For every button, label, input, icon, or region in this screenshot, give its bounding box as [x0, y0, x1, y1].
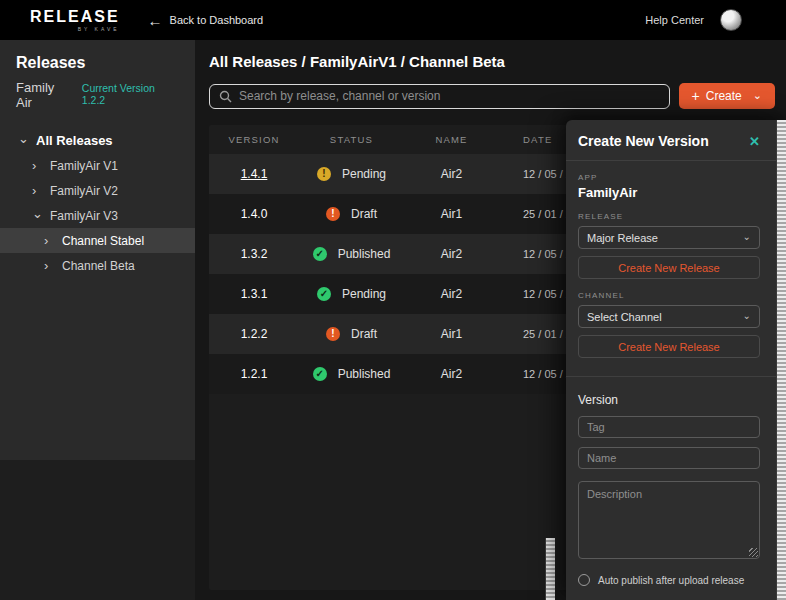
status-cell: ✓Published: [299, 367, 404, 381]
status-label: Draft: [351, 207, 377, 221]
app-field-label: APP: [578, 173, 760, 182]
status-label: Draft: [351, 327, 377, 341]
name-cell: Air1: [404, 327, 499, 341]
panel-scrollbar[interactable]: [776, 120, 786, 600]
status-warning-icon: !: [317, 167, 331, 181]
status-cell: !Pending: [299, 167, 404, 181]
sidebar-item-label: FamilyAir V1: [50, 159, 118, 173]
release-select-value: Major Release: [587, 232, 658, 244]
version-cell: 1.4.0: [209, 207, 299, 221]
auto-publish-checkbox[interactable]: Auto publish after upload release: [578, 574, 760, 586]
sidebar-item-familyair-v1[interactable]: ›FamilyAir V1: [0, 153, 195, 178]
auto-publish-label: Auto publish after upload release: [598, 575, 744, 586]
create-button[interactable]: + Create ⌄: [679, 83, 775, 109]
status-cell: ✓Published: [299, 247, 404, 261]
sidebar-item-channel-stabel[interactable]: ›Channel Stabel: [0, 228, 195, 253]
sidebar: Releases Family Air Current Version 1.2.…: [0, 40, 195, 600]
chevron-down-icon: ⌄: [743, 231, 751, 242]
column-header: NAME: [404, 134, 499, 145]
name-cell: Air2: [404, 367, 499, 381]
status-label: Pending: [342, 287, 386, 301]
sidebar-current-version: Current Version 1.2.2: [82, 82, 179, 106]
version-link[interactable]: 1.2.2: [241, 327, 268, 341]
create-button-label: Create: [706, 89, 742, 103]
release-select[interactable]: Major Release ⌄: [578, 226, 760, 249]
chevron-right-icon: ›: [32, 184, 42, 197]
tag-input[interactable]: [578, 416, 760, 438]
column-header: STATUS: [299, 134, 404, 145]
status-label: Published: [338, 247, 391, 261]
sidebar-title: Releases: [0, 54, 195, 72]
status-success-icon: ✓: [313, 367, 327, 381]
channel-field-label: CHANNEL: [578, 291, 760, 300]
column-header: VERSION: [209, 134, 299, 145]
version-link[interactable]: 1.2.1: [241, 367, 268, 381]
create-new-channel-release-button[interactable]: Create New Release: [578, 335, 760, 358]
channel-select-value: Select Channel: [587, 311, 662, 323]
name-cell: Air1: [404, 207, 499, 221]
version-cell: 1.3.1: [209, 287, 299, 301]
plus-icon: +: [692, 89, 700, 103]
sidebar-item-label: FamilyAir V3: [50, 209, 118, 223]
close-icon[interactable]: ✕: [749, 134, 760, 149]
app-logo: RELEASE BY KAVE: [30, 9, 120, 32]
version-link[interactable]: 1.3.1: [241, 287, 268, 301]
sidebar-app-name: Family Air: [16, 80, 72, 110]
version-cell: 1.2.1: [209, 367, 299, 381]
version-cell: 1.2.2: [209, 327, 299, 341]
status-cell: !Draft: [299, 327, 404, 341]
app-field-value: FamilyAir: [578, 185, 760, 200]
resize-handle-icon[interactable]: [749, 548, 758, 557]
sidebar-item-all-releases[interactable]: ⌄All Releases: [0, 128, 195, 153]
sidebar-item-label: All Releases: [36, 133, 113, 148]
release-tree: ⌄All Releases›FamilyAir V1›FamilyAir V2⌄…: [0, 128, 195, 278]
version-link[interactable]: 1.4.0: [241, 207, 268, 221]
sidebar-item-familyair-v2[interactable]: ›FamilyAir V2: [0, 178, 195, 203]
chevron-down-icon: ⌄: [753, 89, 762, 102]
breadcrumb: All Releases / FamilyAirV1 / Channel Bet…: [209, 53, 775, 70]
chevron-right-icon: ›: [44, 234, 54, 247]
sidebar-item-channel-beta[interactable]: ›Channel Beta: [0, 253, 195, 278]
create-new-release-button[interactable]: Create New Release: [578, 256, 760, 279]
create-version-panel: Create New Version ✕ APP FamilyAir RELEA…: [566, 120, 786, 600]
version-cell: 1.3.2: [209, 247, 299, 261]
help-center-link[interactable]: Help Center: [645, 14, 704, 26]
chevron-right-icon: ›: [32, 159, 42, 172]
back-to-dashboard-link[interactable]: ← Back to Dashboard: [148, 13, 264, 28]
sidebar-item-label: FamilyAir V2: [50, 184, 118, 198]
back-arrow-icon: ←: [148, 13, 163, 28]
app-logo-subtext: BY KAVE: [30, 27, 120, 32]
name-cell: Air2: [404, 247, 499, 261]
status-success-icon: ✓: [313, 247, 327, 261]
sidebar-item-label: Channel Beta: [62, 259, 135, 273]
description-input[interactable]: [578, 481, 760, 559]
sidebar-item-label: Channel Stabel: [62, 234, 144, 248]
chevron-right-icon: ›: [44, 259, 54, 272]
topbar: RELEASE BY KAVE ← Back to Dashboard Help…: [0, 0, 786, 40]
user-avatar[interactable]: [720, 9, 742, 31]
status-success-icon: ✓: [317, 287, 331, 301]
status-cell: !Draft: [299, 207, 404, 221]
search-icon: [219, 90, 232, 103]
status-error-icon: !: [326, 327, 340, 341]
chevron-down-icon: ⌄: [743, 310, 751, 321]
version-link[interactable]: 1.4.1: [241, 167, 268, 181]
search-input[interactable]: [239, 89, 660, 103]
sidebar-item-familyair-v3[interactable]: ⌄FamilyAir V3: [0, 203, 195, 228]
main-scrollbar[interactable]: [545, 538, 555, 600]
status-error-icon: !: [326, 207, 340, 221]
sidebar-panel: Releases Family Air Current Version 1.2.…: [0, 40, 195, 460]
search-bar[interactable]: [209, 84, 670, 109]
version-cell: 1.4.1: [209, 167, 299, 181]
version-link[interactable]: 1.3.2: [241, 247, 268, 261]
name-cell: Air2: [404, 287, 499, 301]
channel-select[interactable]: Select Channel ⌄: [578, 305, 760, 328]
status-cell: ✓Pending: [299, 287, 404, 301]
chevron-down-icon: ⌄: [32, 207, 42, 220]
status-label: Pending: [342, 167, 386, 181]
panel-divider: [566, 376, 786, 377]
name-cell: Air2: [404, 167, 499, 181]
name-input[interactable]: [578, 447, 760, 469]
release-field-label: RELEASE: [578, 212, 760, 221]
chevron-down-icon: ⌄: [18, 132, 28, 145]
